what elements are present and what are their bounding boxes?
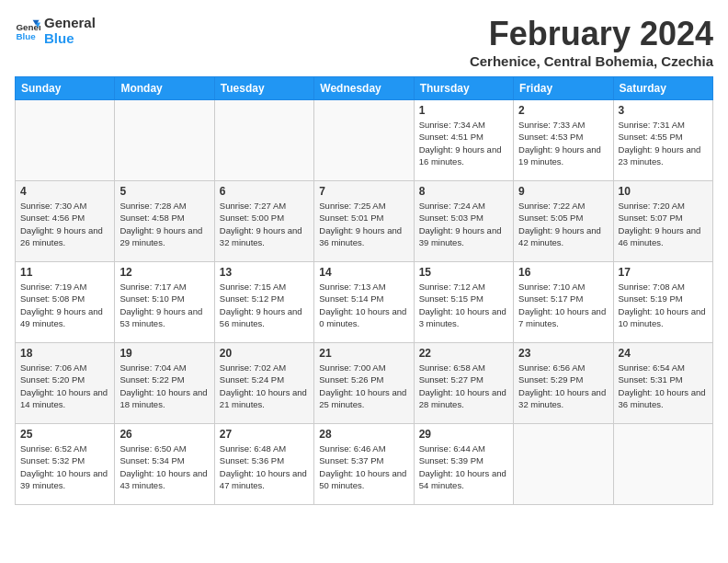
- weekday-header-row: SundayMondayTuesdayWednesdayThursdayFrid…: [16, 77, 713, 100]
- day-number: 29: [419, 428, 508, 441]
- day-number: 17: [619, 266, 708, 279]
- calendar-cell: [214, 100, 313, 181]
- cell-sun-info: Sunrise: 7:33 AMSunset: 4:53 PMDaylight:…: [518, 119, 608, 167]
- cell-sun-info: Sunrise: 7:15 AMSunset: 5:12 PMDaylight:…: [220, 281, 309, 329]
- cell-sun-info: Sunrise: 7:10 AMSunset: 5:17 PMDaylight:…: [518, 281, 608, 329]
- logo: General Blue General Blue: [15, 15, 96, 46]
- weekday-header-monday: Monday: [115, 77, 214, 100]
- cell-sun-info: Sunrise: 6:48 AMSunset: 5:36 PMDaylight:…: [220, 442, 309, 491]
- cell-sun-info: Sunrise: 7:27 AMSunset: 5:00 PMDaylight:…: [220, 200, 309, 248]
- cell-sun-info: Sunrise: 6:50 AMSunset: 5:34 PMDaylight:…: [119, 442, 209, 491]
- day-number: 23: [518, 347, 608, 360]
- weekday-header-friday: Friday: [514, 77, 613, 100]
- calendar-cell: 24Sunrise: 6:54 AMSunset: 5:31 PMDayligh…: [613, 343, 712, 424]
- calendar-cell: 19Sunrise: 7:04 AMSunset: 5:22 PMDayligh…: [115, 343, 214, 424]
- cell-sun-info: Sunrise: 7:06 AMSunset: 5:20 PMDaylight:…: [20, 362, 109, 410]
- calendar-cell: 8Sunrise: 7:24 AMSunset: 5:03 PMDaylight…: [414, 181, 513, 262]
- cell-sun-info: Sunrise: 7:02 AMSunset: 5:24 PMDaylight:…: [220, 362, 309, 410]
- calendar-cell: 18Sunrise: 7:06 AMSunset: 5:20 PMDayligh…: [16, 343, 115, 424]
- day-number: 5: [119, 185, 209, 198]
- weekday-header-sunday: Sunday: [16, 77, 115, 100]
- location-subtitle: Cerhenice, Central Bohemia, Czechia: [470, 53, 713, 69]
- cell-sun-info: Sunrise: 7:24 AMSunset: 5:03 PMDaylight:…: [419, 200, 508, 248]
- calendar-cell: 5Sunrise: 7:28 AMSunset: 4:58 PMDaylight…: [115, 181, 214, 262]
- calendar-week-row: 25Sunrise: 6:52 AMSunset: 5:32 PMDayligh…: [16, 424, 713, 505]
- weekday-header-saturday: Saturday: [613, 77, 712, 100]
- cell-sun-info: Sunrise: 7:31 AMSunset: 4:55 PMDaylight:…: [619, 119, 708, 167]
- day-number: 25: [20, 428, 109, 441]
- cell-sun-info: Sunrise: 6:56 AMSunset: 5:29 PMDaylight:…: [518, 362, 608, 410]
- cell-sun-info: Sunrise: 7:34 AMSunset: 4:51 PMDaylight:…: [419, 119, 508, 167]
- calendar-cell: 4Sunrise: 7:30 AMSunset: 4:56 PMDaylight…: [16, 181, 115, 262]
- calendar-cell: 23Sunrise: 6:56 AMSunset: 5:29 PMDayligh…: [514, 343, 613, 424]
- month-year-title: February 2024: [470, 15, 713, 53]
- calendar-cell: 25Sunrise: 6:52 AMSunset: 5:32 PMDayligh…: [16, 424, 115, 505]
- cell-sun-info: Sunrise: 6:54 AMSunset: 5:31 PMDaylight:…: [619, 362, 708, 410]
- day-number: 24: [619, 347, 708, 360]
- day-number: 4: [20, 185, 109, 198]
- calendar-cell: 17Sunrise: 7:08 AMSunset: 5:19 PMDayligh…: [613, 262, 712, 343]
- day-number: 28: [319, 428, 408, 441]
- calendar-cell: 12Sunrise: 7:17 AMSunset: 5:10 PMDayligh…: [115, 262, 214, 343]
- cell-sun-info: Sunrise: 7:20 AMSunset: 5:07 PMDaylight:…: [619, 200, 708, 248]
- day-number: 15: [419, 266, 508, 279]
- cell-sun-info: Sunrise: 7:08 AMSunset: 5:19 PMDaylight:…: [619, 281, 708, 329]
- weekday-header-tuesday: Tuesday: [214, 77, 313, 100]
- day-number: 13: [220, 266, 309, 279]
- calendar-cell: 22Sunrise: 6:58 AMSunset: 5:27 PMDayligh…: [414, 343, 513, 424]
- calendar-cell: 26Sunrise: 6:50 AMSunset: 5:34 PMDayligh…: [115, 424, 214, 505]
- cell-sun-info: Sunrise: 7:25 AMSunset: 5:01 PMDaylight:…: [319, 200, 408, 248]
- calendar-cell: 10Sunrise: 7:20 AMSunset: 5:07 PMDayligh…: [613, 181, 712, 262]
- calendar-cell: 21Sunrise: 7:00 AMSunset: 5:26 PMDayligh…: [314, 343, 414, 424]
- cell-sun-info: Sunrise: 7:22 AMSunset: 5:05 PMDaylight:…: [518, 200, 608, 248]
- calendar-cell: 15Sunrise: 7:12 AMSunset: 5:15 PMDayligh…: [414, 262, 513, 343]
- calendar-cell: [314, 100, 414, 181]
- weekday-header-wednesday: Wednesday: [314, 77, 414, 100]
- day-number: 1: [419, 104, 508, 117]
- day-number: 21: [319, 347, 408, 360]
- calendar-table: SundayMondayTuesdayWednesdayThursdayFrid…: [15, 76, 713, 505]
- day-number: 18: [20, 347, 109, 360]
- day-number: 14: [319, 266, 408, 279]
- calendar-cell: 2Sunrise: 7:33 AMSunset: 4:53 PMDaylight…: [514, 100, 613, 181]
- cell-sun-info: Sunrise: 7:00 AMSunset: 5:26 PMDaylight:…: [319, 362, 408, 410]
- calendar-week-row: 11Sunrise: 7:19 AMSunset: 5:08 PMDayligh…: [16, 262, 713, 343]
- calendar-cell: 9Sunrise: 7:22 AMSunset: 5:05 PMDaylight…: [514, 181, 613, 262]
- calendar-cell: 16Sunrise: 7:10 AMSunset: 5:17 PMDayligh…: [514, 262, 613, 343]
- day-number: 8: [419, 185, 508, 198]
- day-number: 9: [518, 185, 608, 198]
- calendar-cell: 20Sunrise: 7:02 AMSunset: 5:24 PMDayligh…: [214, 343, 313, 424]
- calendar-cell: 7Sunrise: 7:25 AMSunset: 5:01 PMDaylight…: [314, 181, 414, 262]
- calendar-cell: 29Sunrise: 6:44 AMSunset: 5:39 PMDayligh…: [414, 424, 513, 505]
- day-number: 10: [619, 185, 708, 198]
- calendar-cell: [613, 424, 712, 505]
- calendar-cell: 1Sunrise: 7:34 AMSunset: 4:51 PMDaylight…: [414, 100, 513, 181]
- cell-sun-info: Sunrise: 7:30 AMSunset: 4:56 PMDaylight:…: [20, 200, 109, 248]
- day-number: 7: [319, 185, 408, 198]
- day-number: 3: [619, 104, 708, 117]
- page-header: General Blue General Blue February 2024 …: [15, 15, 713, 69]
- cell-sun-info: Sunrise: 7:12 AMSunset: 5:15 PMDaylight:…: [419, 281, 508, 329]
- logo-general: General: [44, 15, 96, 30]
- calendar-cell: 11Sunrise: 7:19 AMSunset: 5:08 PMDayligh…: [16, 262, 115, 343]
- calendar-cell: [115, 100, 214, 181]
- cell-sun-info: Sunrise: 6:44 AMSunset: 5:39 PMDaylight:…: [419, 442, 508, 491]
- cell-sun-info: Sunrise: 6:58 AMSunset: 5:27 PMDaylight:…: [419, 362, 508, 410]
- cell-sun-info: Sunrise: 7:19 AMSunset: 5:08 PMDaylight:…: [20, 281, 109, 329]
- calendar-cell: 28Sunrise: 6:46 AMSunset: 5:37 PMDayligh…: [314, 424, 414, 505]
- calendar-cell: 3Sunrise: 7:31 AMSunset: 4:55 PMDaylight…: [613, 100, 712, 181]
- svg-text:Blue: Blue: [16, 31, 36, 41]
- day-number: 12: [119, 266, 209, 279]
- day-number: 27: [220, 428, 309, 441]
- day-number: 16: [518, 266, 608, 279]
- calendar-week-row: 18Sunrise: 7:06 AMSunset: 5:20 PMDayligh…: [16, 343, 713, 424]
- cell-sun-info: Sunrise: 6:46 AMSunset: 5:37 PMDaylight:…: [319, 442, 408, 491]
- day-number: 26: [119, 428, 209, 441]
- calendar-cell: [514, 424, 613, 505]
- logo-blue: Blue: [44, 30, 96, 46]
- cell-sun-info: Sunrise: 7:17 AMSunset: 5:10 PMDaylight:…: [119, 281, 209, 329]
- day-number: 22: [419, 347, 508, 360]
- cell-sun-info: Sunrise: 7:28 AMSunset: 4:58 PMDaylight:…: [119, 200, 209, 248]
- title-block: February 2024 Cerhenice, Central Bohemia…: [470, 15, 713, 69]
- cell-sun-info: Sunrise: 7:04 AMSunset: 5:22 PMDaylight:…: [119, 362, 209, 410]
